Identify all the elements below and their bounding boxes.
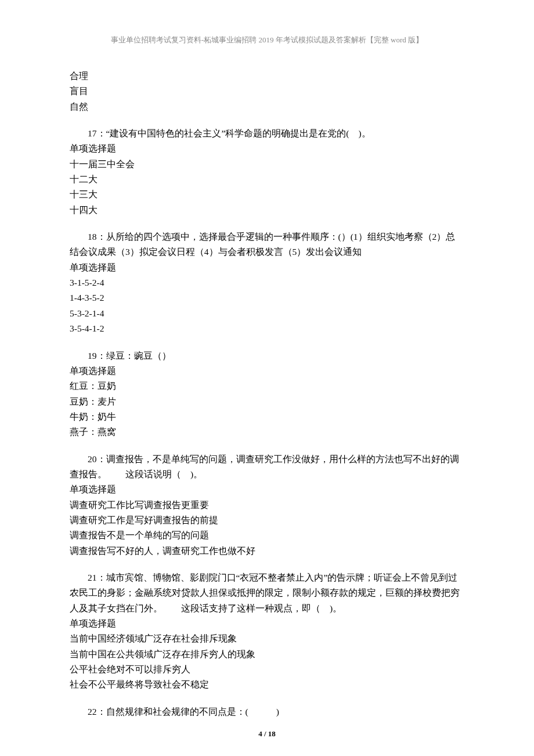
option-text: 3-5-4-1-2 (70, 321, 464, 336)
question-text: ：城市宾馆、博物馆、影剧院门口“衣冠不整者禁止入内”的告示牌；听证会上不曾见到过… (70, 573, 460, 613)
question-text: ：“建设有中国特色的社会主义”科学命题的明确提出是在党的( )。 (97, 128, 371, 138)
page-footer: 4 / 18 (0, 729, 534, 739)
option-text: 当前中国经济领域广泛存在社会排斥现象 (70, 631, 464, 646)
option-text: 盲目 (70, 84, 464, 99)
option-text: 红豆：豆奶 (70, 379, 464, 394)
page-header: 事业单位招聘考试复习资料-柘城事业编招聘 2019 年考试模拟试题及答案解析【完… (70, 35, 464, 45)
question-type: 单项选择题 (70, 363, 464, 379)
question-text: ：绿豆：豌豆（） (97, 351, 171, 361)
option-text: 十三大 (70, 187, 464, 202)
option-text: 自然 (70, 99, 464, 114)
question-21: 21：城市宾馆、博物馆、影剧院门口“衣冠不整者禁止入内”的告示牌；听证会上不曾见… (70, 570, 464, 616)
question-number: 20 (88, 454, 97, 464)
option-text: 调查报告不是一个单纯的写的问题 (70, 528, 464, 543)
question-22: 22：自然规律和社会规律的不同点是：( ) (70, 704, 464, 719)
option-text: 调查研究工作比写调查报告更重要 (70, 498, 464, 513)
question-17: 17：“建设有中国特色的社会主义”科学命题的明确提出是在党的( )。 (70, 126, 464, 141)
question-type: 单项选择题 (70, 260, 464, 275)
option-text: 十二大 (70, 172, 464, 187)
option-text: 3-1-5-2-4 (70, 275, 464, 290)
question-number: 22 (88, 707, 97, 717)
question-19: 19：绿豆：豌豆（） (70, 348, 464, 363)
question-type: 单项选择题 (70, 141, 464, 156)
question-type: 单项选择题 (70, 482, 464, 497)
question-number: 17 (88, 128, 97, 138)
page-total: / 18 (262, 729, 276, 738)
question-18: 18：从所给的四个选项中，选择最合乎逻辑的一种事件顺序：(）(1）组织实地考察（… (70, 229, 464, 260)
question-20: 20：调查报告，不是单纯写的问题，调查研究工作没做好，用什么样的方法也写不出好的… (70, 452, 464, 483)
option-text: 1-4-3-5-2 (70, 290, 464, 305)
question-text: ：从所给的四个选项中，选择最合乎逻辑的一种事件顺序：(）(1）组织实地考察（2）… (70, 232, 455, 257)
option-text: 豆奶：麦片 (70, 394, 464, 409)
option-text: 十四大 (70, 203, 464, 218)
option-text: 公平社会绝对不可以排斥穷人 (70, 662, 464, 677)
option-text: 十一届三中全会 (70, 157, 464, 172)
question-number: 19 (88, 351, 97, 361)
document-content: 合理 盲目 自然 17：“建设有中国特色的社会主义”科学命题的明确提出是在党的(… (70, 69, 464, 719)
option-text: 合理 (70, 69, 464, 84)
question-text: ：调查报告，不是单纯写的问题，调查研究工作没做好，用什么样的方法也写不出好的调查… (70, 454, 459, 479)
question-text: ：自然规律和社会规律的不同点是：( ) (97, 707, 279, 717)
option-text: 当前中国在公共领域广泛存在排斥穷人的现象 (70, 647, 464, 662)
question-number: 21 (88, 573, 97, 582)
option-text: 社会不公平最终将导致社会不稳定 (70, 677, 464, 692)
option-text: 5-3-2-1-4 (70, 306, 464, 321)
option-text: 燕子：燕窝 (70, 424, 464, 440)
option-text: 调查报告写不好的人，调查研究工作也做不好 (70, 543, 464, 559)
question-type: 单项选择题 (70, 616, 464, 631)
option-text: 调查研究工作是写好调查报告的前提 (70, 513, 464, 528)
option-text: 牛奶：奶牛 (70, 409, 464, 424)
question-number: 18 (88, 232, 97, 242)
